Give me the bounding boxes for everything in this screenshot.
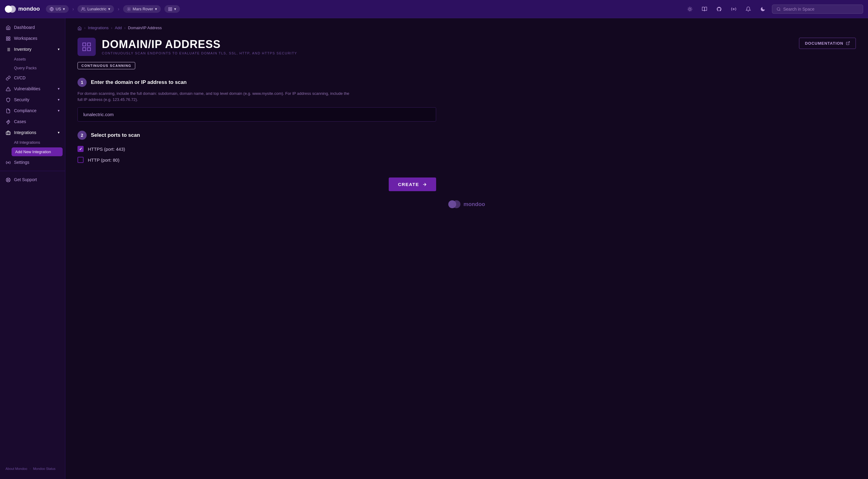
org-chevron: ▾ bbox=[108, 7, 110, 11]
https-checkbox[interactable] bbox=[78, 146, 84, 152]
svg-rect-45 bbox=[88, 43, 91, 46]
create-row: CREATE bbox=[78, 178, 436, 191]
workspaces-icon bbox=[5, 35, 11, 41]
documentation-button[interactable]: DOCUMENTATION bbox=[799, 38, 856, 49]
support-icon bbox=[5, 177, 11, 182]
http-checkbox-row[interactable]: HTTP (port: 80) bbox=[78, 154, 856, 165]
sidebar-footer: About Mondoo · Mondoo Status bbox=[0, 462, 65, 475]
org-label: Lunalectric bbox=[87, 7, 106, 11]
sidebar-label-compliance: Compliance bbox=[14, 108, 36, 113]
home-breadcrumb-icon[interactable] bbox=[78, 26, 82, 30]
sidebar-label-get-support: Get Support bbox=[14, 177, 37, 182]
sidebar-item-all-integrations[interactable]: All Integrations bbox=[14, 138, 65, 147]
sidebar-label-security: Security bbox=[14, 97, 29, 102]
sidebar-label-dashboard: Dashboard bbox=[14, 25, 35, 30]
sidebar-item-dashboard[interactable]: Dashboard bbox=[0, 22, 65, 33]
sidebar-item-cicd[interactable]: CI/CD bbox=[0, 72, 65, 83]
breadcrumb-sep-3: › bbox=[124, 26, 126, 30]
svg-line-41 bbox=[9, 181, 10, 181]
app-logo[interactable]: mondoo bbox=[5, 5, 40, 13]
sidebar-item-compliance[interactable]: Compliance ▾ bbox=[0, 105, 65, 116]
about-link[interactable]: About Mondoo bbox=[5, 467, 27, 471]
sidebar-item-workspaces[interactable]: Workspaces bbox=[0, 33, 65, 44]
sidebar-label-all-integrations: All Integrations bbox=[14, 140, 40, 145]
svg-line-18 bbox=[691, 7, 692, 8]
status-link[interactable]: Mondoo Status bbox=[33, 467, 56, 471]
sidebar-item-add-new-integration[interactable]: Add New Integration bbox=[11, 147, 63, 156]
region-selector[interactable]: US ▾ bbox=[46, 5, 69, 13]
search-input[interactable] bbox=[783, 7, 859, 11]
breadcrumb-add[interactable]: Add bbox=[115, 26, 122, 30]
svg-rect-23 bbox=[8, 37, 10, 38]
sidebar-item-integrations[interactable]: Integrations ▾ bbox=[0, 127, 65, 138]
integrations-icon-btn[interactable] bbox=[728, 4, 739, 14]
sidebar-item-assets[interactable]: Assets bbox=[14, 55, 65, 63]
space-label: Mars Rover bbox=[133, 7, 153, 11]
cases-icon bbox=[5, 119, 11, 124]
svg-line-43 bbox=[7, 181, 8, 181]
sidebar-label-add-new-integration: Add New Integration bbox=[15, 150, 51, 154]
vulnerabilities-chevron: ▾ bbox=[58, 87, 60, 91]
sidebar-label-cicd: CI/CD bbox=[14, 76, 26, 80]
sidebar-item-get-support[interactable]: Get Support bbox=[0, 174, 65, 185]
svg-point-1 bbox=[9, 5, 16, 12]
sidebar-item-inventory[interactable]: Inventory ▾ bbox=[0, 44, 65, 55]
https-checkbox-row[interactable]: HTTPS (port: 443) bbox=[78, 144, 856, 154]
vulnerabilities-icon bbox=[5, 86, 11, 91]
create-button[interactable]: CREATE bbox=[389, 178, 436, 191]
integrations-sidebar-icon bbox=[5, 130, 11, 135]
inventory-icon bbox=[5, 47, 11, 52]
svg-line-13 bbox=[688, 7, 688, 8]
search-box[interactable] bbox=[772, 5, 863, 14]
bell-icon-btn[interactable] bbox=[743, 4, 754, 14]
theme-toggle-btn[interactable] bbox=[757, 4, 768, 14]
space-selector[interactable]: Mars Rover ▾ bbox=[123, 5, 161, 13]
step2-number: 2 bbox=[78, 131, 87, 140]
domain-input[interactable] bbox=[78, 107, 436, 122]
sidebar-item-query-packs[interactable]: Query Packs bbox=[14, 63, 65, 72]
docs-icon-btn[interactable] bbox=[699, 4, 710, 14]
svg-point-39 bbox=[7, 179, 9, 181]
footer-links: About Mondoo · Mondoo Status bbox=[0, 465, 65, 472]
extra-selector[interactable]: ▾ bbox=[164, 5, 180, 13]
svg-line-14 bbox=[691, 10, 692, 11]
svg-rect-25 bbox=[6, 39, 8, 40]
sidebar-label-workspaces: Workspaces bbox=[14, 36, 37, 41]
org-selector[interactable]: Lunalectric ▾ bbox=[78, 5, 114, 13]
http-checkbox[interactable] bbox=[78, 157, 84, 163]
sidebar-label-vulnerabilities: Vulnerabilities bbox=[14, 86, 40, 91]
sidebar-label-assets: Assets bbox=[14, 57, 26, 61]
step1-number: 1 bbox=[78, 78, 87, 87]
step1-header: 1 Enter the domain or IP address to scan bbox=[78, 78, 856, 87]
sidebar-item-vulnerabilities[interactable]: Vulnerabilities ▾ bbox=[0, 83, 65, 94]
step1-title: Enter the domain or IP address to scan bbox=[91, 79, 187, 85]
github-icon-btn[interactable] bbox=[714, 4, 724, 14]
sidebar-item-cases[interactable]: Cases bbox=[0, 116, 65, 127]
compliance-chevron: ▾ bbox=[58, 109, 60, 113]
step2-header: 2 Select ports to scan bbox=[78, 131, 856, 140]
step2-title: Select ports to scan bbox=[91, 132, 140, 138]
breadcrumb-integrations[interactable]: Integrations bbox=[88, 26, 108, 30]
footer-logo-icon bbox=[448, 200, 460, 208]
sun-icon-btn[interactable] bbox=[684, 4, 695, 14]
extra-chevron: ▾ bbox=[174, 7, 176, 11]
create-label: CREATE bbox=[398, 182, 419, 187]
svg-rect-44 bbox=[83, 43, 86, 46]
https-label: HTTPS (port: 443) bbox=[88, 147, 125, 152]
search-icon bbox=[777, 7, 781, 11]
inventory-chevron: ▾ bbox=[58, 47, 60, 51]
sidebar-label-settings: Settings bbox=[14, 160, 29, 165]
breadcrumb-current: Domain/IP Address bbox=[128, 26, 162, 30]
page-subtitle: CONTINUOUSLY SCAN ENDPOINTS TO EVALUATE … bbox=[102, 51, 297, 55]
main-content: › Integrations › Add › Domain/IP Address… bbox=[65, 18, 868, 479]
svg-point-51 bbox=[453, 200, 460, 208]
sidebar-item-settings[interactable]: Settings bbox=[0, 157, 65, 168]
compliance-icon bbox=[5, 108, 11, 113]
footer-sep: · bbox=[30, 467, 31, 471]
svg-point-10 bbox=[689, 8, 691, 10]
sidebar-sub-inventory: Assets Query Packs bbox=[0, 55, 65, 72]
footer-app-name: mondoo bbox=[463, 201, 485, 208]
step1-section: 1 Enter the domain or IP address to scan… bbox=[78, 78, 856, 122]
svg-rect-22 bbox=[6, 37, 8, 38]
sidebar-item-security[interactable]: Security ▾ bbox=[0, 94, 65, 105]
